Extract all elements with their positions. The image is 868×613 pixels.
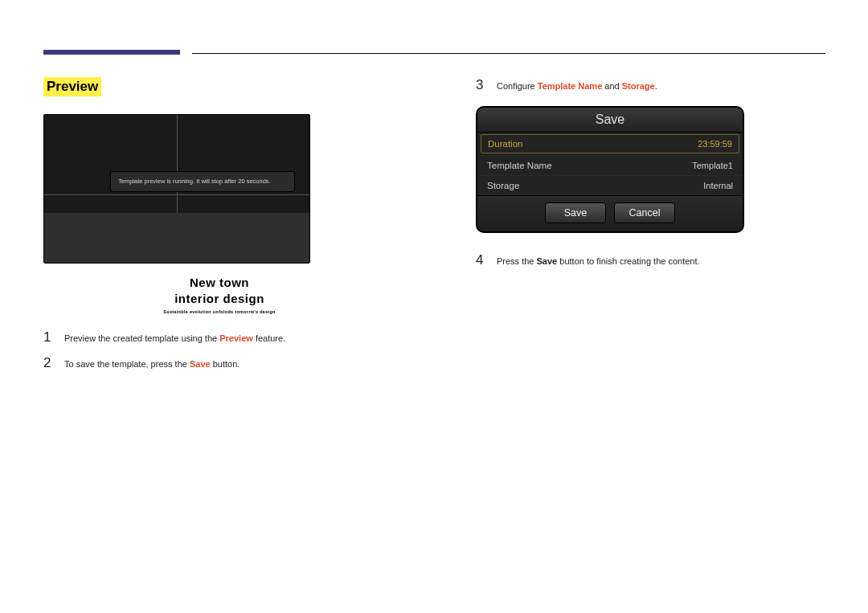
step-text: Preview the created template using the P… xyxy=(64,332,285,345)
dialog-row-storage[interactable]: StorageInternal xyxy=(477,175,743,195)
step-number: 3 xyxy=(476,77,487,93)
left-column: Preview Template preview is running. It … xyxy=(43,77,395,381)
caption-line1: New town xyxy=(43,275,395,291)
preview-popup-text: Template preview is running. It will sto… xyxy=(110,171,295,192)
dialog-row-duration[interactable]: Duration23:59:59 xyxy=(481,134,739,153)
dialog-row-template-name[interactable]: Template NameTemplate1 xyxy=(477,155,743,175)
step-3: 3Configure Template Name and Storage. xyxy=(476,77,828,93)
step-number: 2 xyxy=(43,355,55,371)
cancel-button[interactable]: Cancel xyxy=(614,202,675,223)
step-2: 2To save the template, press the Save bu… xyxy=(43,355,395,371)
save-dialog: Save Duration23:59:59Template NameTempla… xyxy=(476,106,744,233)
row-value: Internal xyxy=(703,181,733,190)
preview-screenshot: Template preview is running. It will sto… xyxy=(43,114,310,264)
section-title: Preview xyxy=(43,77,101,96)
step-4: 4Press the Save button to finish creatin… xyxy=(476,252,828,268)
row-label: Duration xyxy=(488,139,522,149)
step-number: 4 xyxy=(476,252,487,268)
step-1: 1Preview the created template using the … xyxy=(43,329,395,345)
row-value: 23:59:59 xyxy=(698,139,732,149)
step-text: Press the Save button to finish creating… xyxy=(497,255,700,268)
step-text: Configure Template Name and Storage. xyxy=(497,80,657,93)
row-value: Template1 xyxy=(692,161,733,170)
step-text: To save the template, press the Save but… xyxy=(64,358,240,371)
row-label: Storage xyxy=(487,181,519,190)
row-label: Template Name xyxy=(487,161,552,170)
caption-sub: Sustainble evolution unfolods tomorrw's … xyxy=(43,309,395,315)
header-rule xyxy=(43,48,828,56)
preview-caption: New town interior design Sustainble evol… xyxy=(43,275,395,315)
right-column: 3Configure Template Name and Storage. Sa… xyxy=(476,77,828,381)
caption-line2: interior design xyxy=(43,291,395,307)
step-number: 1 xyxy=(43,329,55,345)
save-button[interactable]: Save xyxy=(545,202,606,223)
dialog-title: Save xyxy=(477,108,743,133)
